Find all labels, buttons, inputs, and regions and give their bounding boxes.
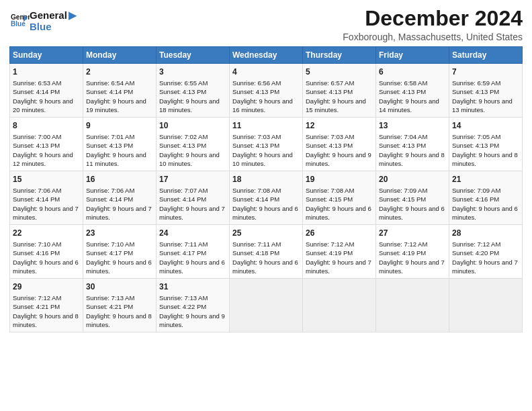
- daylight-label: Daylight: 9 hours and 19 minutes.: [86, 97, 146, 113]
- calendar-table: Sunday Monday Tuesday Wednesday Thursday…: [9, 46, 523, 332]
- calendar-cell: [230, 279, 303, 332]
- day-number: 16: [86, 174, 153, 185]
- day-number: 11: [232, 120, 300, 132]
- daylight-label: Daylight: 9 hours and 9 minutes.: [159, 312, 225, 328]
- day-number: 4: [232, 66, 300, 78]
- sunset-label: Sunset: 4:13 PM: [232, 88, 279, 95]
- sunset-label: Sunset: 4:21 PM: [86, 303, 133, 310]
- header: General Blue General▶ Blue December 2024…: [9, 7, 523, 42]
- sunrise-label: Sunrise: 6:55 AM: [159, 79, 208, 87]
- sunrise-label: Sunrise: 7:07 AM: [159, 187, 208, 194]
- sunset-label: Sunset: 4:13 PM: [452, 88, 499, 95]
- daylight-label: Daylight: 9 hours and 6 minutes.: [13, 259, 79, 275]
- sunrise-label: Sunrise: 7:06 AM: [13, 187, 61, 194]
- daylight-label: Daylight: 9 hours and 7 minutes.: [86, 205, 152, 221]
- daylight-label: Daylight: 9 hours and 6 minutes.: [379, 205, 445, 221]
- daylight-label: Daylight: 9 hours and 15 minutes.: [306, 97, 366, 113]
- calendar-cell: 8Sunrise: 7:00 AMSunset: 4:13 PMDaylight…: [10, 118, 83, 171]
- sunset-label: Sunset: 4:22 PM: [159, 303, 206, 310]
- daylight-label: Daylight: 9 hours and 7 minutes.: [452, 259, 518, 275]
- calendar-week-2: 15Sunrise: 7:06 AMSunset: 4:14 PMDayligh…: [10, 171, 523, 225]
- sunrise-label: Sunrise: 7:13 AM: [159, 294, 208, 302]
- col-saturday: Saturday: [449, 47, 523, 64]
- daylight-label: Daylight: 9 hours and 9 minutes.: [306, 151, 371, 167]
- sunrise-label: Sunrise: 7:00 AM: [13, 133, 61, 140]
- calendar-week-0: 1Sunrise: 6:53 AMSunset: 4:14 PMDaylight…: [10, 64, 523, 118]
- day-number: 13: [379, 120, 446, 132]
- sunrise-label: Sunrise: 7:09 AM: [379, 187, 427, 194]
- sunrise-label: Sunrise: 7:06 AM: [86, 187, 134, 194]
- day-number: 28: [452, 228, 519, 239]
- sunrise-label: Sunrise: 7:12 AM: [306, 240, 354, 248]
- day-number: 25: [232, 228, 300, 239]
- day-number: 30: [86, 281, 153, 293]
- day-number: 10: [159, 120, 226, 132]
- day-number: 18: [232, 174, 300, 185]
- calendar-cell: 14Sunrise: 7:05 AMSunset: 4:13 PMDayligh…: [449, 118, 523, 171]
- col-wednesday: Wednesday: [230, 47, 303, 64]
- logo-line1: General▶: [30, 9, 77, 21]
- sunrise-label: Sunrise: 6:53 AM: [13, 79, 61, 87]
- day-number: 26: [306, 228, 373, 239]
- sunrise-label: Sunrise: 7:12 AM: [379, 240, 427, 248]
- sunrise-label: Sunrise: 7:10 AM: [86, 240, 134, 248]
- sunset-label: Sunset: 4:14 PM: [86, 88, 133, 95]
- calendar-cell: 30Sunrise: 7:13 AMSunset: 4:21 PMDayligh…: [83, 279, 157, 332]
- daylight-label: Daylight: 9 hours and 8 minutes.: [86, 312, 152, 328]
- sunrise-label: Sunrise: 7:08 AM: [306, 187, 354, 194]
- sunrise-label: Sunrise: 7:10 AM: [13, 240, 61, 248]
- daylight-label: Daylight: 9 hours and 11 minutes.: [86, 151, 146, 167]
- day-number: 24: [159, 228, 226, 239]
- daylight-label: Daylight: 9 hours and 6 minutes.: [232, 205, 298, 221]
- calendar-cell: [376, 279, 449, 332]
- day-number: 29: [13, 281, 80, 293]
- svg-text:General: General: [11, 14, 30, 21]
- day-number: 23: [86, 228, 153, 239]
- col-tuesday: Tuesday: [157, 47, 230, 64]
- day-number: 27: [379, 228, 446, 239]
- daylight-label: Daylight: 9 hours and 6 minutes.: [86, 259, 152, 275]
- sunrise-label: Sunrise: 6:57 AM: [306, 79, 354, 87]
- sunset-label: Sunset: 4:15 PM: [306, 195, 353, 203]
- daylight-label: Daylight: 9 hours and 8 minutes.: [379, 151, 445, 167]
- logo-icon: General Blue: [11, 11, 30, 30]
- daylight-label: Daylight: 9 hours and 7 minutes.: [13, 205, 79, 221]
- day-number: 19: [306, 174, 373, 185]
- sunset-label: Sunset: 4:13 PM: [86, 142, 133, 149]
- sunset-label: Sunset: 4:13 PM: [452, 142, 499, 149]
- calendar-cell: 9Sunrise: 7:01 AMSunset: 4:13 PMDaylight…: [83, 118, 157, 171]
- sunset-label: Sunset: 4:16 PM: [452, 195, 499, 203]
- daylight-label: Daylight: 9 hours and 6 minutes.: [306, 205, 371, 221]
- sunset-label: Sunset: 4:18 PM: [232, 249, 279, 257]
- day-number: 7: [452, 66, 519, 78]
- sunset-label: Sunset: 4:13 PM: [159, 88, 206, 95]
- daylight-label: Daylight: 9 hours and 10 minutes.: [159, 151, 220, 167]
- calendar-cell: 2Sunrise: 6:54 AMSunset: 4:14 PMDaylight…: [83, 64, 157, 118]
- sunset-label: Sunset: 4:13 PM: [232, 142, 279, 149]
- day-number: 22: [13, 228, 80, 239]
- sunrise-label: Sunrise: 7:09 AM: [452, 187, 500, 194]
- day-number: 2: [86, 66, 153, 78]
- sunset-label: Sunset: 4:14 PM: [232, 195, 279, 203]
- sunrise-label: Sunrise: 7:04 AM: [379, 133, 427, 140]
- daylight-label: Daylight: 9 hours and 7 minutes.: [306, 259, 371, 275]
- logo: General Blue General▶ Blue: [9, 9, 77, 33]
- daylight-label: Daylight: 9 hours and 20 minutes.: [13, 97, 73, 113]
- calendar-cell: 1Sunrise: 6:53 AMSunset: 4:14 PMDaylight…: [10, 64, 83, 118]
- sunset-label: Sunset: 4:17 PM: [159, 249, 206, 257]
- calendar-cell: 6Sunrise: 6:58 AMSunset: 4:13 PMDaylight…: [376, 64, 449, 118]
- sunrise-label: Sunrise: 7:03 AM: [306, 133, 354, 140]
- sunset-label: Sunset: 4:21 PM: [13, 303, 60, 310]
- sunset-label: Sunset: 4:14 PM: [159, 195, 206, 203]
- calendar-week-3: 22Sunrise: 7:10 AMSunset: 4:16 PMDayligh…: [10, 225, 523, 279]
- day-number: 9: [86, 120, 153, 132]
- calendar-cell: 12Sunrise: 7:03 AMSunset: 4:13 PMDayligh…: [303, 118, 376, 171]
- daylight-label: Daylight: 9 hours and 6 minutes.: [452, 205, 518, 221]
- sunrise-label: Sunrise: 7:05 AM: [452, 133, 500, 140]
- sunset-label: Sunset: 4:13 PM: [306, 88, 353, 95]
- svg-text:Blue: Blue: [11, 21, 26, 28]
- sunset-label: Sunset: 4:15 PM: [379, 195, 426, 203]
- day-number: 3: [159, 66, 226, 78]
- calendar-cell: 3Sunrise: 6:55 AMSunset: 4:13 PMDaylight…: [157, 64, 230, 118]
- sunrise-label: Sunrise: 7:11 AM: [232, 240, 281, 248]
